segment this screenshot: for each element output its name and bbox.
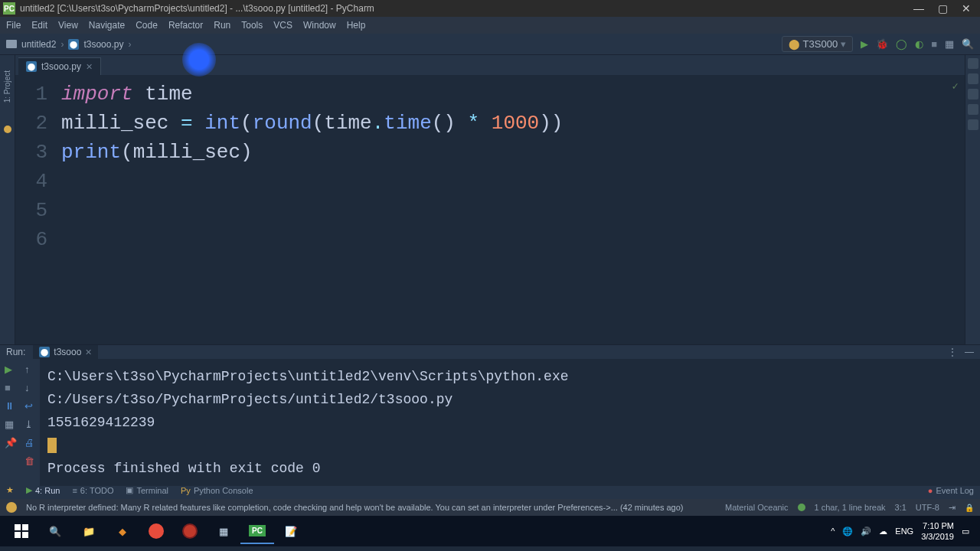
star-icon[interactable]: ★ <box>6 485 14 495</box>
run-tab[interactable]: ⬤ t3sooo ✕ <box>33 345 98 359</box>
tab-python-console[interactable]: PyPython Console <box>181 486 253 495</box>
language-indicator[interactable]: ENG <box>895 527 913 536</box>
scroll-button[interactable]: ⤓ <box>24 419 35 429</box>
statusbar: No R interpreter defined: Many R related… <box>0 499 980 516</box>
recorder-button[interactable] <box>139 518 173 544</box>
opera-button[interactable] <box>173 518 207 544</box>
sublime-button[interactable]: ◆ <box>106 518 139 544</box>
tab-run[interactable]: ▶4: Run <box>26 485 60 495</box>
menu-navigate[interactable]: Navigate <box>89 20 125 31</box>
status-theme[interactable]: Material Oceanic <box>725 503 789 512</box>
menu-view[interactable]: View <box>58 20 78 31</box>
breadcrumb: untitled2 › ⬤ t3sooo.py › <box>6 39 782 50</box>
right-tool-item[interactable] <box>968 119 978 130</box>
rerun-button[interactable]: ▶ <box>5 364 15 374</box>
windows-taskbar: 🔍 📁 ◆ ▦ PC 📝 ^ 🌐 🔊 ☁ ENG 7:10 PM 3/3/201… <box>0 516 980 546</box>
right-tool-item[interactable] <box>968 73 978 84</box>
right-tool-item[interactable] <box>968 58 978 69</box>
menu-tools[interactable]: Tools <box>241 20 263 31</box>
profile-button[interactable]: ◐ <box>915 38 923 50</box>
menu-window[interactable]: Window <box>303 20 336 31</box>
project-tool-button[interactable]: 1: Project <box>3 70 11 103</box>
close-button[interactable]: ✕ <box>962 2 971 15</box>
menu-edit[interactable]: Edit <box>31 20 47 31</box>
layout-button[interactable]: ▦ <box>945 38 954 50</box>
menu-refactor[interactable]: Refactor <box>168 20 203 31</box>
run-config-selector[interactable]: ⬤ T3S000 ▾ <box>782 36 854 52</box>
svg-rect-2 <box>15 532 21 538</box>
search-button[interactable]: 🔍 <box>38 518 72 544</box>
pycharm-button[interactable]: PC <box>240 518 274 544</box>
run-tab-label: t3sooo <box>54 347 81 357</box>
main-area: 1: Project ⬤ t3sooo.py ✕ 1 2 3 4 5 6 imp… <box>0 55 980 344</box>
hide-panel-button[interactable]: — <box>965 347 974 357</box>
close-run-tab-icon[interactable]: ✕ <box>85 347 92 357</box>
cursor-highlight <box>182 43 216 77</box>
print-button[interactable]: 🖨 <box>24 437 35 448</box>
menu-vcs[interactable]: VCS <box>273 20 292 31</box>
status-position[interactable]: 3:1 <box>895 503 906 512</box>
left-tool-gutter: 1: Project <box>0 55 15 344</box>
console-line: Process finished with exit code 0 <box>47 457 972 480</box>
menu-file[interactable]: File <box>6 20 21 31</box>
right-tool-item[interactable] <box>968 104 978 115</box>
notifications-icon[interactable]: ▭ <box>962 527 969 536</box>
up-button[interactable]: ↑ <box>24 364 35 374</box>
start-button[interactable] <box>5 518 38 544</box>
pin-button[interactable]: 📌 <box>5 437 15 448</box>
dump-button[interactable]: ▦ <box>5 419 15 429</box>
python-file-icon: ⬤ <box>68 39 79 50</box>
search-button[interactable]: 🔍 <box>962 38 974 50</box>
down-button[interactable]: ↓ <box>24 382 35 393</box>
onedrive-icon[interactable]: ☁ <box>879 527 887 536</box>
status-message[interactable]: No R interpreter defined: Many R related… <box>26 503 716 512</box>
trash-button[interactable]: 🗑 <box>24 455 35 466</box>
notepad-button[interactable]: 📝 <box>274 518 308 544</box>
network-icon[interactable]: 🌐 <box>842 527 853 536</box>
lock-icon[interactable] <box>965 503 974 512</box>
status-encoding[interactable]: UTF-8 <box>916 503 939 512</box>
app-icon: PC <box>3 2 15 15</box>
run-console-output[interactable]: C:\Users\t3so\PycharmProjects\untitled2\… <box>40 359 980 486</box>
editor-tabs: ⬤ t3sooo.py ✕ <box>15 55 965 75</box>
console-line: C:\Users\t3so\PycharmProjects\untitled2\… <box>47 365 972 411</box>
coverage-button[interactable]: ◯ <box>896 38 907 50</box>
pause-button[interactable]: ⏸ <box>5 400 15 411</box>
run-button[interactable]: ▶ <box>861 38 868 50</box>
debug-button[interactable]: 🐞 <box>876 38 888 50</box>
close-tab-icon[interactable]: ✕ <box>86 62 93 72</box>
system-tray: ^ 🌐 🔊 ☁ ENG 7:10 PM 3/3/2019 ▭ <box>831 520 975 542</box>
minimize-button[interactable]: — <box>913 2 924 15</box>
run-tool-window: Run: ⬤ t3sooo ✕ ⋮ — ▶ ■ ⏸ ▦ 📌 ↑ ↓ ↩ ⤓ 🖨 … <box>0 344 980 481</box>
git-status-icon <box>798 504 805 511</box>
right-tool-gutter <box>965 55 980 344</box>
explorer-button[interactable]: 📁 <box>72 518 106 544</box>
maximize-button[interactable]: ▢ <box>938 2 948 15</box>
calculator-button[interactable]: ▦ <box>207 518 240 544</box>
breadcrumb-file[interactable]: t3sooo.py <box>83 39 123 50</box>
editor-tab[interactable]: ⬤ t3sooo.py ✕ <box>18 57 101 75</box>
code-editor[interactable]: 1 2 3 4 5 6 import time milli_sec = int(… <box>15 75 965 344</box>
tab-event-log[interactable]: ●Event Log <box>928 486 974 495</box>
status-indent[interactable]: ⇥ <box>949 503 956 513</box>
menu-run[interactable]: Run <box>214 20 230 31</box>
clock[interactable]: 7:10 PM 3/3/2019 <box>921 520 954 542</box>
menu-help[interactable]: Help <box>347 20 366 31</box>
inspection-ok-icon: ✓ <box>952 80 959 93</box>
run-panel-title: Run: <box>6 347 25 357</box>
menu-code[interactable]: Code <box>136 20 158 31</box>
volume-icon[interactable]: 🔊 <box>861 527 871 536</box>
tab-terminal[interactable]: ▣Terminal <box>126 485 168 495</box>
right-tool-item[interactable] <box>968 89 978 99</box>
run-panel-menu[interactable]: ⋮ <box>948 347 957 357</box>
tab-todo[interactable]: ≡6: TODO <box>72 486 113 495</box>
python-file-icon: ⬤ <box>26 61 37 72</box>
window-title: untitled2 [C:\Users\t3so\PycharmProjects… <box>20 3 913 14</box>
wrap-button[interactable]: ↩ <box>24 400 35 411</box>
breadcrumb-project[interactable]: untitled2 <box>21 39 56 50</box>
code-content[interactable]: import time milli_sec = int(round(time.t… <box>55 75 965 344</box>
console-cursor <box>47 438 57 453</box>
stop-button[interactable]: ■ <box>5 382 15 393</box>
stop-button[interactable]: ■ <box>931 38 937 50</box>
tray-expand[interactable]: ^ <box>831 527 835 536</box>
